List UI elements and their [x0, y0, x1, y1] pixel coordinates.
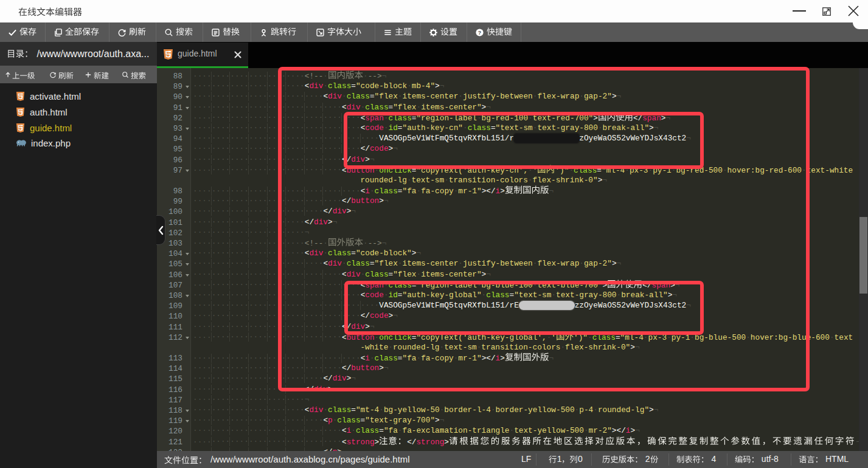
svg-text:?: ?	[478, 29, 481, 35]
